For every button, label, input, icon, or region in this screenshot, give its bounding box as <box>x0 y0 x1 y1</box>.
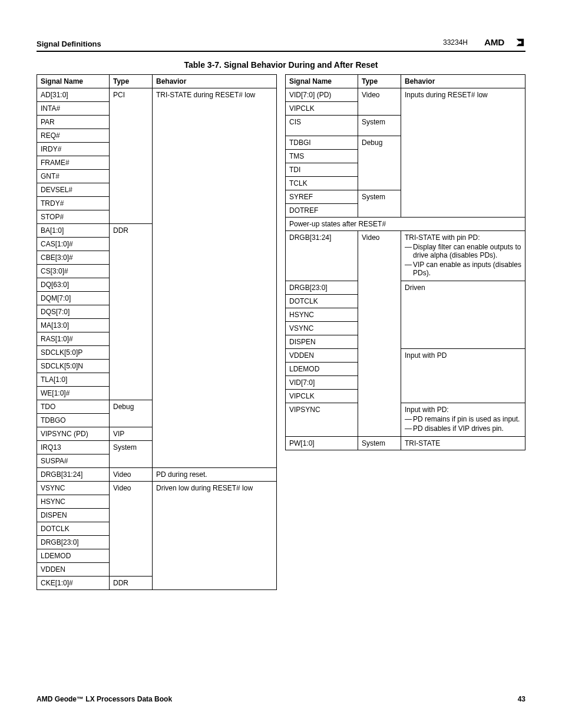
signal-name-cell: PAR <box>37 116 110 129</box>
type-cell: VIP <box>110 427 153 441</box>
table-caption: Table 3-7. Signal Behavior During and Af… <box>37 60 525 70</box>
type-cell: Debug <box>358 136 401 190</box>
table-row: VID[7:0] (PD)VideoInputs during RESET# l… <box>286 88 525 102</box>
column-header: Behavior <box>153 75 277 88</box>
signal-name-cell: IRDY# <box>37 143 110 156</box>
signal-name-cell: VIPCLK <box>286 390 358 403</box>
table-row: DRGB[31:24]VideoPD during reset. <box>37 468 277 482</box>
signal-name-cell: DRGB[31:24] <box>37 468 110 482</box>
signal-name-cell: DRGB[23:0] <box>286 281 358 295</box>
type-cell: Video <box>358 88 401 116</box>
footer-book-title: AMD Geode™ LX Processors Data Book <box>37 695 172 703</box>
signal-name-cell: DRGB[31:24] <box>286 231 358 281</box>
behavior-cell: Input with PD:PD remains if pin is used … <box>401 403 525 437</box>
signal-table-left: Signal NameTypeBehaviorAD[31:0]PCITRI-ST… <box>37 74 277 590</box>
signal-name-cell: STOP# <box>37 210 110 224</box>
signal-name-cell: DISPEN <box>37 509 110 522</box>
behavior-cell: Input with PD <box>401 349 525 403</box>
signal-table-right: Signal NameTypeBehaviorVID[7:0] (PD)Vide… <box>285 74 525 450</box>
behavior-bullet: Display filter can enable outputs to dri… <box>413 243 521 259</box>
signal-name-cell: CBE[3:0]# <box>37 251 110 265</box>
signal-name-cell: DOTCLK <box>37 522 110 536</box>
signal-name-cell: MA[13:0] <box>37 319 110 332</box>
doc-code: 33234H <box>443 38 468 47</box>
signal-name-cell: TDI <box>286 163 358 177</box>
type-cell: System <box>358 116 401 136</box>
signal-name-cell: CIS <box>286 116 358 136</box>
signal-name-cell: SUSPA# <box>37 454 110 468</box>
signal-name-cell: LDEMOD <box>286 363 358 376</box>
behavior-bullet: PD disables if VIP drives pin. <box>413 424 521 433</box>
table-row: VIPSYNCInput with PD:PD remains if pin i… <box>286 403 525 437</box>
signal-name-cell: SYREF <box>286 190 358 204</box>
type-cell: Video <box>358 231 401 437</box>
signal-name-cell: TLA[1:0] <box>37 373 110 387</box>
signal-name-cell: DQS[7:0] <box>37 305 110 319</box>
type-cell: System <box>358 190 401 218</box>
type-cell: Debug <box>110 400 153 427</box>
signal-name-cell: GNT# <box>37 170 110 183</box>
signal-name-cell: SDCLK[5:0]P <box>37 346 110 360</box>
signal-name-cell: CKE[1:0]# <box>37 577 110 590</box>
column-header: Type <box>358 75 401 88</box>
page-header: Signal Definitions 33234H AMD <box>37 37 525 52</box>
signal-name-cell: TDO <box>37 400 110 414</box>
table-row: DRGB[23:0]Driven <box>286 281 525 295</box>
signal-name-cell: VID[7:0] <box>286 376 358 390</box>
signal-name-cell: AD[31:0] <box>37 88 110 102</box>
signal-name-cell: DOTREF <box>286 204 358 218</box>
type-cell: DDR <box>110 577 153 590</box>
behavior-cell: TRI-STATE with pin PD:Display filter can… <box>401 231 525 281</box>
table-row: VSYNCVideoDriven low during RESET# low <box>37 482 277 495</box>
signal-name-cell: VIPSYNC <box>286 403 358 437</box>
signal-name-cell: DOTCLK <box>286 295 358 308</box>
behavior-cell: Inputs during RESET# low <box>401 88 525 218</box>
signal-name-cell: BA[1:0] <box>37 224 110 238</box>
signal-name-cell: TDBGO <box>37 414 110 427</box>
behavior-cell: Driven low during RESET# low <box>153 482 277 590</box>
signal-name-cell: CAS[1:0]# <box>37 238 110 251</box>
signal-name-cell: LDEMOD <box>37 549 110 563</box>
amd-logo: AMD <box>484 37 525 48</box>
signal-name-cell: DQ[63:0] <box>37 278 110 292</box>
signal-name-cell: VID[7:0] (PD) <box>286 88 358 102</box>
column-header: Type <box>110 75 153 88</box>
signal-name-cell: VIPSYNC (PD) <box>37 427 110 441</box>
section-title: Signal Definitions <box>37 39 101 48</box>
signal-name-cell: VSYNC <box>286 322 358 335</box>
signal-name-cell: FRAME# <box>37 156 110 170</box>
svg-text:AMD: AMD <box>484 37 504 47</box>
page-footer: AMD Geode™ LX Processors Data Book 43 <box>37 695 525 703</box>
signal-name-cell: REQ# <box>37 129 110 143</box>
signal-name-cell: WE[1:0]# <box>37 387 110 400</box>
column-header: Signal Name <box>37 75 110 88</box>
section-header-row: Power-up states after RESET# <box>286 218 525 231</box>
signal-name-cell: INTA# <box>37 102 110 116</box>
behavior-bullet: VIP can enable as inputs (disables PDs). <box>413 261 521 277</box>
behavior-cell: PD during reset. <box>153 468 277 482</box>
signal-name-cell: DRGB[23:0] <box>37 536 110 549</box>
signal-name-cell: PW[1:0] <box>286 437 358 450</box>
signal-name-cell: CS[3:0]# <box>37 265 110 278</box>
signal-name-cell: TMS <box>286 150 358 163</box>
signal-name-cell: VDDEN <box>37 563 110 577</box>
table-row: VDDENInput with PD <box>286 349 525 363</box>
behavior-cell: Driven <box>401 281 525 349</box>
type-cell: Video <box>110 468 153 482</box>
type-cell: System <box>358 437 401 450</box>
type-cell: DDR <box>110 224 153 400</box>
signal-name-cell: DEVSEL# <box>37 183 110 197</box>
table-row: DRGB[31:24]VideoTRI-STATE with pin PD:Di… <box>286 231 525 281</box>
type-cell: System <box>110 441 153 468</box>
footer-page-number: 43 <box>518 695 525 703</box>
column-header: Behavior <box>401 75 525 88</box>
table-row: PW[1:0]SystemTRI-STATE <box>286 437 525 450</box>
column-header: Signal Name <box>286 75 358 88</box>
type-cell: Video <box>110 482 153 577</box>
signal-name-cell: TRDY# <box>37 197 110 210</box>
signal-name-cell: RAS[1:0]# <box>37 332 110 346</box>
signal-name-cell: VIPCLK <box>286 102 358 116</box>
type-cell: PCI <box>110 88 153 224</box>
signal-name-cell: IRQ13 <box>37 441 110 454</box>
signal-name-cell: VSYNC <box>37 482 110 495</box>
